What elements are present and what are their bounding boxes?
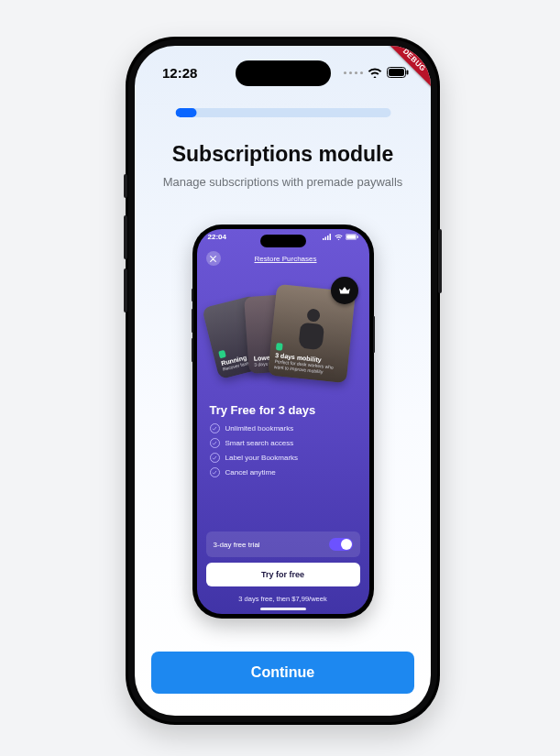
card-tag [275,343,282,351]
trial-toggle[interactable] [329,538,353,551]
svg-rect-1 [389,69,404,76]
trial-toggle-row[interactable]: 3-day free trial [206,531,360,557]
paywall-hero: Running re Recover faster a Lower 3 days… [197,275,369,394]
dynamic-island-icon [260,235,306,247]
crown-icon [338,284,351,297]
svg-rect-5 [327,236,329,240]
wifi-icon [335,234,343,240]
feature-label: Smart search access [225,439,294,447]
svg-rect-8 [346,235,356,239]
paywall-title: Try Free for 3 days [210,403,357,417]
dynamic-island-icon [236,60,331,86]
svg-rect-6 [329,234,331,240]
inner-phone-mockup: 22:04 Restore Purchases [192,225,374,619]
feature-list: Unlimited bookmarks Smart search access … [210,423,357,477]
feature-label: Label your Bookmarks [225,454,299,462]
wifi-icon [368,67,382,78]
status-time: 22:04 [208,233,226,241]
side-button [124,215,127,259]
side-button [124,174,127,198]
outer-screen: DEBUG 12:28 Subscriptions module [135,46,431,716]
paywall-screen: 22:04 Restore Purchases [197,229,369,614]
check-icon [210,467,220,477]
svg-rect-4 [324,237,326,241]
feature-item: Smart search access [210,438,357,448]
premium-badge [331,277,358,304]
battery-icon [346,234,358,240]
outer-phone-frame: DEBUG 12:28 Subscriptions module [126,37,440,725]
page-title: Subscriptions module [135,142,431,167]
check-icon [210,453,220,463]
svg-rect-3 [323,238,324,240]
feature-item: Cancel anytime [210,467,357,477]
side-button [124,268,127,312]
battery-icon [387,67,409,78]
restore-purchases-link[interactable]: Restore Purchases [212,255,360,263]
feature-item: Unlimited bookmarks [210,423,357,433]
check-icon [210,438,220,448]
feature-item: Label your Bookmarks [210,453,357,463]
onboarding-progress-fill [175,108,197,117]
continue-button[interactable]: Continue [151,652,414,694]
card-tag [218,350,226,359]
feature-label: Unlimited bookmarks [225,424,294,433]
try-free-button[interactable]: Try for free [206,563,360,586]
side-button [438,229,442,293]
status-dots-icon [344,71,363,74]
trial-label: 3-day free trial [214,541,260,549]
signal-icon [323,234,332,240]
check-icon [210,423,220,433]
status-time: 12:28 [162,65,197,81]
svg-rect-9 [357,236,357,238]
svg-rect-2 [407,71,409,75]
price-line: 3 days free, then $7,99/week [197,595,369,603]
onboarding-progress [175,108,390,117]
feature-label: Cancel anytime [225,468,276,477]
home-indicator-icon [260,608,306,610]
page-subtitle: Manage subscriptions with premade paywal… [162,174,403,192]
